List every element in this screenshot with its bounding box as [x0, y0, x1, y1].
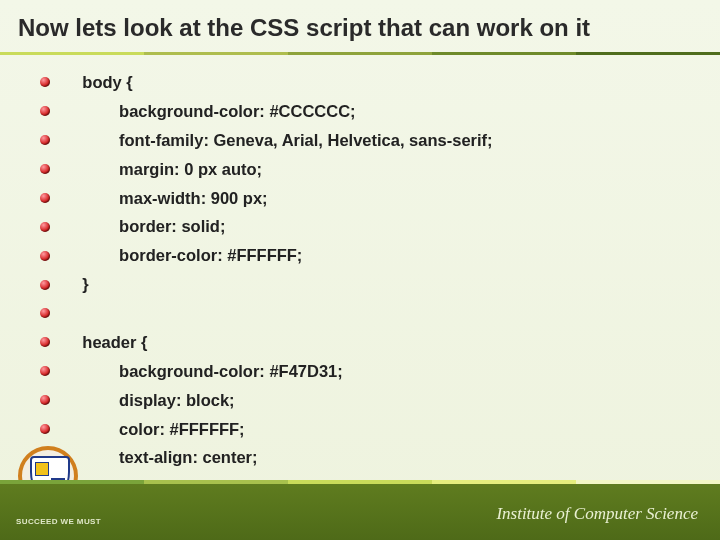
- code-line: body {: [40, 68, 680, 97]
- dept-of: of: [556, 504, 573, 523]
- code-line: header {: [40, 328, 680, 357]
- code-line: [40, 299, 680, 328]
- dept-name: Computer Science: [574, 504, 698, 523]
- code-line-text: header {: [64, 328, 147, 357]
- code-line-text: font-family: Geneva, Arial, Helvetica, s…: [64, 126, 493, 155]
- code-line-text: }: [64, 270, 89, 299]
- code-line: font-family: Geneva, Arial, Helvetica, s…: [40, 126, 680, 155]
- code-line-text: display: block;: [64, 386, 235, 415]
- slide: Now lets look at the CSS script that can…: [0, 0, 720, 540]
- code-line-text: background-color: #F47D31;: [64, 357, 343, 386]
- code-line-text: border: solid;: [64, 212, 225, 241]
- code-line: text-align: center;: [40, 443, 680, 472]
- top-color-bar: [0, 52, 720, 55]
- code-line-text: body {: [64, 68, 133, 97]
- code-line: border: solid;: [40, 212, 680, 241]
- code-line-text: border-color: #FFFFFF;: [64, 241, 302, 270]
- code-line-text: margin: 0 px auto;: [64, 155, 262, 184]
- footer-department: Institute of Computer Science: [496, 504, 698, 524]
- slide-title: Now lets look at the CSS script that can…: [18, 14, 702, 42]
- footer-bar: SUCCEED WE MUST Institute of Computer Sc…: [0, 484, 720, 540]
- code-line-text: max-width: 900 px;: [64, 184, 268, 213]
- dept-prefix: Institute: [496, 504, 556, 523]
- code-line: border-color: #FFFFFF;: [40, 241, 680, 270]
- code-line: margin: 0 px auto;: [40, 155, 680, 184]
- code-line: }: [40, 270, 680, 299]
- content-area: body {background-color: #CCCCCC;font-fam…: [40, 68, 680, 460]
- code-line-text: color: #FFFFFF;: [64, 415, 245, 444]
- code-list: body {background-color: #CCCCCC;font-fam…: [40, 68, 680, 501]
- code-line-text: background-color: #CCCCCC;: [64, 97, 356, 126]
- code-line: display: block;: [40, 386, 680, 415]
- code-line: background-color: #CCCCCC;: [40, 97, 680, 126]
- code-line: max-width: 900 px;: [40, 184, 680, 213]
- footer-motto: SUCCEED WE MUST: [16, 517, 101, 526]
- code-line: color: #FFFFFF;: [40, 415, 680, 444]
- code-line-text: text-align: center;: [64, 443, 257, 472]
- code-line-text: [64, 299, 87, 328]
- code-line: background-color: #F47D31;: [40, 357, 680, 386]
- bottom-color-bar: [0, 480, 720, 484]
